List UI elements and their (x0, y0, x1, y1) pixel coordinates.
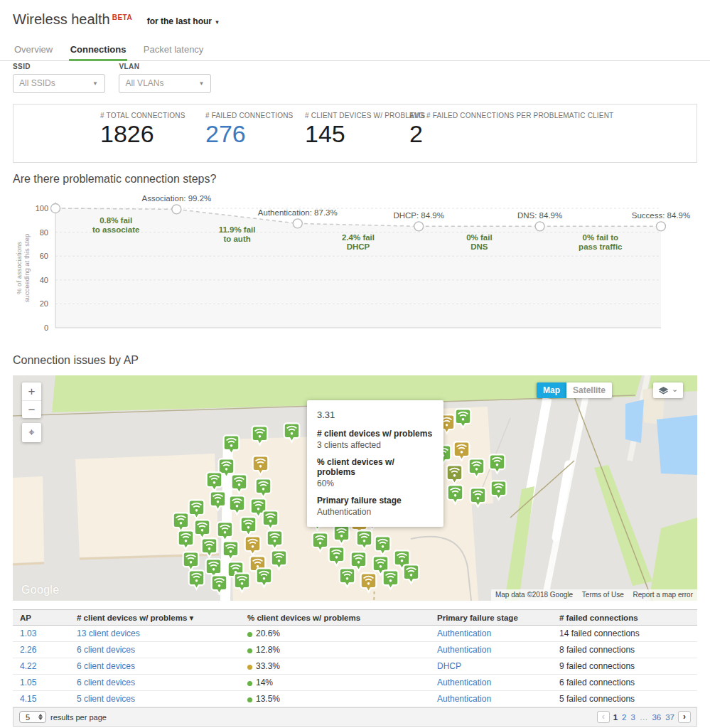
ap-marker[interactable] (230, 473, 249, 495)
ap-marker[interactable] (265, 529, 284, 551)
failure-stage-link[interactable]: Authentication (437, 628, 491, 638)
tooltip-section: Primary failure stage Authentication (317, 496, 434, 517)
report-map-error-link[interactable]: Report a map error (633, 591, 693, 599)
ap-link[interactable]: 4.15 (20, 694, 36, 704)
client-devices-link[interactable]: 6 client devices (77, 645, 135, 655)
ap-marker[interactable] (261, 509, 280, 531)
page-link[interactable]: 2 (622, 713, 626, 722)
client-devices-link[interactable]: 6 client devices (77, 678, 135, 687)
ap-marker[interactable] (327, 545, 346, 567)
svg-text:to associate: to associate (92, 225, 139, 234)
col-ap[interactable]: AP (13, 614, 77, 622)
svg-text:2.4% fail: 2.4% fail (342, 233, 375, 242)
tab-connections[interactable]: Connections (69, 40, 128, 60)
results-per-page-select[interactable]: 5 (19, 711, 46, 723)
svg-text:0% fail: 0% fail (466, 233, 492, 242)
wireless-health-page: Wireless healthBETA for the last hour ▾ … (0, 0, 710, 728)
ap-tooltip-title: 3.31 (317, 410, 434, 420)
ap-link[interactable]: 1.05 (20, 678, 36, 687)
ap-marker[interactable] (489, 479, 508, 501)
ap-marker[interactable] (222, 434, 241, 456)
select-caret-icon: ▼ (92, 75, 98, 92)
tab-packet-latency[interactable]: Packet latency (142, 40, 205, 60)
ap-marker[interactable] (250, 424, 269, 446)
page-link[interactable]: 3 (631, 713, 635, 722)
ap-marker[interactable] (468, 486, 488, 508)
map-view-button[interactable]: Map (537, 382, 566, 398)
ap-marker[interactable] (446, 483, 465, 505)
client-devices-link[interactable]: 6 client devices (77, 661, 135, 671)
client-devices-link[interactable]: 5 client devices (77, 694, 135, 704)
client-devices-link[interactable]: 13 client devices (77, 628, 140, 638)
ap-link[interactable]: 1.03 (20, 628, 36, 638)
ap-marker[interactable] (254, 567, 274, 589)
failure-stage-link[interactable]: Authentication (437, 694, 491, 704)
ap-map-canvas[interactable]: + − ⌖ Map Satellite ⌄ 3.31 # client devi… (13, 375, 697, 601)
stat-client-devices-problems: # CLIENT DEVICES W/ PROBLEMS 145 (305, 112, 402, 162)
ap-marker[interactable] (402, 563, 421, 585)
prev-page-button[interactable]: ‹ (597, 711, 610, 723)
svg-text:% of associations: % of associations (15, 242, 23, 294)
map-layers-button[interactable]: ⌄ (653, 382, 683, 398)
next-page-button[interactable]: › (678, 711, 691, 723)
ap-marker[interactable] (243, 535, 262, 557)
ap-marker[interactable] (210, 574, 229, 596)
ap-marker[interactable] (453, 407, 473, 429)
satellite-view-button[interactable]: Satellite (566, 382, 612, 398)
layers-icon (658, 386, 669, 395)
zoom-in-button[interactable]: + (22, 382, 41, 400)
map-section-title: Connection issues by AP (13, 354, 139, 367)
vlan-select[interactable]: All VLANs▼ (119, 74, 211, 93)
ap-marker[interactable] (359, 572, 378, 594)
my-location-button[interactable]: ⌖ (22, 423, 41, 442)
ap-marker[interactable] (251, 454, 270, 476)
ap-marker[interactable] (176, 529, 195, 551)
tab-overview[interactable]: Overview (13, 40, 54, 60)
ap-marker[interactable] (254, 477, 273, 499)
ap-marker[interactable] (467, 457, 486, 479)
page-link[interactable]: 36 (652, 713, 661, 722)
ap-marker[interactable] (208, 490, 227, 512)
ap-marker[interactable] (338, 567, 357, 589)
ap-marker[interactable] (355, 529, 374, 551)
svg-text:11.9% fail: 11.9% fail (219, 225, 256, 234)
failure-stage-link[interactable]: Authentication (437, 645, 491, 655)
connection-steps-chart: 0204060801000.8% failto associate11.9% f… (13, 192, 697, 338)
ssid-select[interactable]: All SSIDs▼ (13, 74, 105, 93)
ssid-filter: SSID All SSIDs▼ (13, 63, 105, 93)
table-row: 2.266 client devices12.8%Authentication8… (13, 642, 697, 658)
col-failure-stage[interactable]: Primary failure stage (437, 614, 559, 622)
col-client-devices[interactable]: # client devices w/ problems ▾ (77, 613, 247, 623)
page-links: 123…3637 (613, 713, 674, 722)
svg-text:DNS: 84.9%: DNS: 84.9% (517, 211, 562, 220)
google-logo[interactable]: Google (21, 584, 59, 596)
col-pct-devices[interactable]: % client devices w/ problems (247, 614, 437, 622)
ap-marker[interactable] (445, 464, 464, 486)
ap-marker[interactable] (227, 494, 247, 516)
ap-marker[interactable] (200, 537, 219, 559)
ap-link[interactable]: 4.22 (20, 661, 36, 671)
ap-marker[interactable] (187, 569, 206, 591)
failure-stage-link[interactable]: Authentication (437, 678, 491, 687)
svg-text:Association: 99.2%: Association: 99.2% (141, 194, 211, 203)
ap-marker[interactable] (381, 569, 400, 591)
page-link[interactable]: 37 (665, 713, 674, 722)
svg-text:60: 60 (40, 252, 48, 260)
failed-connections-value: 8 failed connections (559, 645, 635, 655)
terms-of-use-link[interactable]: Terms of Use (582, 591, 624, 599)
failure-stage-link[interactable]: DHCP (437, 661, 461, 671)
ap-marker[interactable] (282, 422, 301, 444)
time-range-selector[interactable]: for the last hour ▾ (147, 16, 219, 26)
ap-marker[interactable] (373, 535, 392, 557)
page-link[interactable]: 1 (613, 713, 618, 722)
vlan-filter: VLAN All VLANs▼ (119, 63, 211, 93)
ap-link[interactable]: 2.26 (20, 645, 36, 655)
zoom-out-button[interactable]: − (22, 400, 41, 418)
pct-devices-value: 20.6% (256, 628, 280, 638)
ap-marker[interactable] (488, 453, 507, 475)
ap-marker[interactable] (232, 572, 252, 594)
ap-marker[interactable] (332, 524, 351, 546)
filter-bar: SSID All SSIDs▼ VLAN All VLANs▼ (13, 63, 222, 93)
ap-marker[interactable] (221, 540, 240, 562)
col-failed-connections[interactable]: # failed connections (559, 614, 697, 622)
